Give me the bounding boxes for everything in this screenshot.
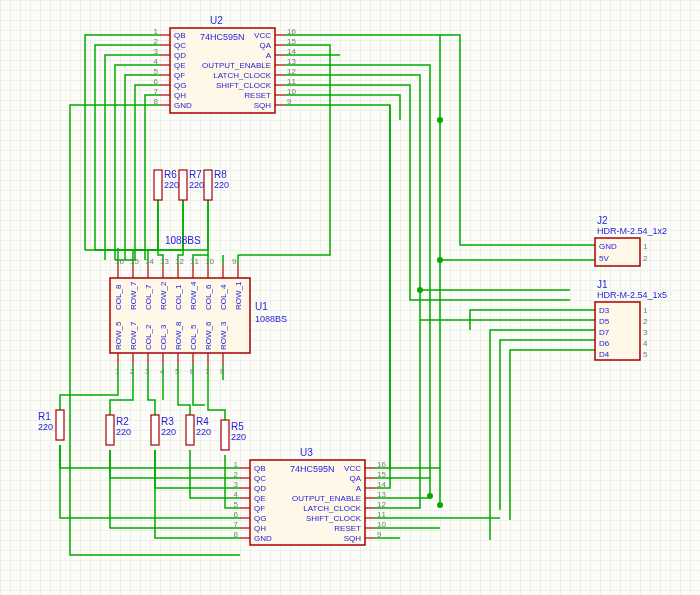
- svg-text:GND: GND: [254, 534, 272, 543]
- svg-text:3: 3: [643, 328, 648, 337]
- svg-text:COL_5: COL_5: [189, 324, 198, 350]
- svg-text:8: 8: [154, 97, 159, 106]
- svg-text:11: 11: [377, 510, 386, 519]
- svg-text:QH: QH: [174, 91, 186, 100]
- svg-text:220: 220: [189, 180, 204, 190]
- svg-rect-178: [221, 420, 229, 450]
- svg-text:8: 8: [234, 530, 239, 539]
- svg-text:ROW_7: ROW_7: [129, 281, 138, 310]
- svg-text:QE: QE: [254, 494, 266, 503]
- svg-text:12: 12: [287, 67, 296, 76]
- svg-text:SQH: SQH: [254, 101, 272, 110]
- svg-text:1088BS: 1088BS: [165, 235, 201, 246]
- svg-text:5: 5: [234, 500, 239, 509]
- svg-point-4: [437, 502, 443, 508]
- svg-text:D4: D4: [599, 350, 610, 359]
- svg-text:LATCH_CLOCK: LATCH_CLOCK: [303, 504, 361, 513]
- svg-rect-160: [179, 170, 187, 200]
- svg-text:6: 6: [154, 77, 159, 86]
- svg-text:QE: QE: [174, 61, 186, 70]
- svg-text:HDR-M-2.54_1x5: HDR-M-2.54_1x5: [597, 290, 667, 300]
- svg-text:14: 14: [145, 257, 154, 266]
- svg-text:1: 1: [643, 242, 648, 251]
- svg-text:QA: QA: [259, 41, 271, 50]
- svg-text:1: 1: [234, 460, 239, 469]
- svg-text:ROW_6: ROW_6: [204, 321, 213, 350]
- conn-j2: J2 HDR-M-2.54_1x2 GND 5V 1 2: [595, 215, 667, 266]
- svg-text:9: 9: [287, 97, 292, 106]
- svg-text:ROW_8: ROW_8: [174, 321, 183, 350]
- svg-text:7: 7: [205, 367, 210, 376]
- resistor-r8: R8 220: [204, 169, 229, 200]
- svg-text:14: 14: [377, 480, 386, 489]
- svg-text:13: 13: [160, 257, 169, 266]
- u2-part: 74HC595N: [200, 32, 245, 42]
- svg-text:3: 3: [234, 480, 239, 489]
- ic-u1-1088bs: U1 1088BS 1088BS 16 15 14 13 12 11 10 9 …: [110, 235, 287, 376]
- svg-text:VCC: VCC: [254, 31, 271, 40]
- svg-text:220: 220: [231, 432, 246, 442]
- svg-text:16: 16: [115, 257, 124, 266]
- svg-rect-169: [106, 415, 114, 445]
- svg-text:COL_2: COL_2: [144, 324, 153, 350]
- resistor-r2: R2 220: [106, 415, 131, 445]
- svg-text:COL_7: COL_7: [144, 284, 153, 310]
- svg-text:COL_3: COL_3: [159, 324, 168, 350]
- svg-text:OUTPUT_ENABLE: OUTPUT_ENABLE: [292, 494, 361, 503]
- svg-rect-157: [154, 170, 162, 200]
- svg-text:6: 6: [190, 367, 195, 376]
- svg-text:12: 12: [175, 257, 184, 266]
- svg-text:3: 3: [154, 47, 159, 56]
- svg-text:ROW_1: ROW_1: [234, 281, 243, 310]
- svg-text:12: 12: [377, 500, 386, 509]
- svg-text:220: 220: [38, 422, 53, 432]
- svg-text:3: 3: [145, 367, 150, 376]
- svg-text:SHIFT_CLOCK: SHIFT_CLOCK: [306, 514, 362, 523]
- svg-text:5: 5: [154, 67, 159, 76]
- svg-text:QD: QD: [254, 484, 266, 493]
- svg-text:2: 2: [234, 470, 239, 479]
- resistor-r6: R6 220: [154, 169, 179, 200]
- svg-text:220: 220: [164, 180, 179, 190]
- svg-text:5V: 5V: [599, 254, 609, 263]
- svg-text:R2: R2: [116, 416, 129, 427]
- svg-text:VCC: VCC: [344, 464, 361, 473]
- svg-text:5: 5: [175, 367, 180, 376]
- u2-ref: U2: [210, 15, 223, 26]
- svg-text:11: 11: [287, 77, 296, 86]
- resistor-r7: R7 220: [179, 169, 204, 200]
- svg-text:16: 16: [287, 27, 296, 36]
- svg-text:1: 1: [643, 306, 648, 315]
- svg-text:R3: R3: [161, 416, 174, 427]
- svg-text:7: 7: [234, 520, 239, 529]
- svg-text:GND: GND: [599, 242, 617, 251]
- svg-text:COL_4: COL_4: [219, 284, 228, 310]
- svg-text:QC: QC: [254, 474, 266, 483]
- svg-text:D3: D3: [599, 306, 610, 315]
- svg-text:1088BS: 1088BS: [255, 314, 287, 324]
- svg-text:4: 4: [160, 367, 165, 376]
- svg-text:R1: R1: [38, 411, 51, 422]
- svg-text:ROW_2: ROW_2: [159, 281, 168, 310]
- svg-text:SHIFT_CLOCK: SHIFT_CLOCK: [216, 81, 272, 90]
- svg-text:J1: J1: [597, 279, 608, 290]
- svg-text:QA: QA: [349, 474, 361, 483]
- svg-text:GND: GND: [174, 101, 192, 110]
- resistor-r4: R4 220: [186, 415, 211, 445]
- svg-point-2: [427, 493, 433, 499]
- schematic-canvas: U2 74HC595N 1 2 3 4 5 6 7 8 QB QC QD QE …: [0, 0, 700, 595]
- svg-text:5: 5: [643, 350, 648, 359]
- svg-text:9: 9: [232, 257, 237, 266]
- svg-text:2: 2: [643, 317, 648, 326]
- svg-text:COL_1: COL_1: [174, 284, 183, 310]
- svg-text:16: 16: [377, 460, 386, 469]
- resistor-r3: R3 220: [151, 415, 176, 445]
- svg-text:R5: R5: [231, 421, 244, 432]
- svg-text:4: 4: [234, 490, 239, 499]
- svg-text:1: 1: [154, 27, 159, 36]
- svg-text:4: 4: [643, 339, 648, 348]
- svg-rect-172: [151, 415, 159, 445]
- svg-text:A: A: [266, 51, 272, 60]
- svg-text:QF: QF: [174, 71, 185, 80]
- svg-text:R7: R7: [189, 169, 202, 180]
